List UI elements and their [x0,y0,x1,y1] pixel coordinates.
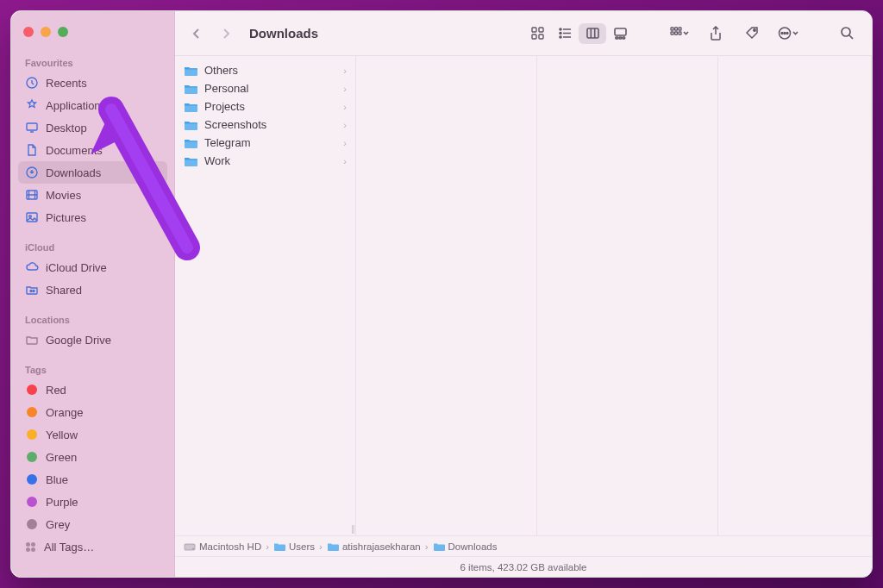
path-segment[interactable]: Downloads [433,541,498,552]
svg-rect-10 [532,34,536,39]
sidebar-item-label: Pictures [46,211,86,224]
sidebar-item-label: Blue [46,473,68,486]
path-bar: Macintosh HD › Users › atishrajasekharan… [175,535,872,556]
sidebar-item-label: Downloads [46,166,101,179]
view-mode-group [523,23,634,44]
chevron-right-icon: › [343,66,347,76]
svg-rect-20 [671,28,673,30]
sidebar-item-movies[interactable]: Movies [18,184,167,206]
list-item[interactable]: Projects› [175,97,355,116]
list-item[interactable]: Work› [175,152,355,170]
sidebar-item-desktop[interactable]: Desktop [18,116,167,139]
sidebar-section-favourites: Favourites [18,53,167,72]
list-item[interactable]: Others› [175,61,355,79]
svg-point-5 [29,216,32,218]
sidebar-item-label: Desktop [46,122,87,134]
movies-icon [25,188,39,202]
view-gallery-button[interactable] [606,23,634,44]
folder-name: Work [204,154,230,167]
tag-dot-icon [27,452,37,462]
column-1[interactable]: Others› Personal› Projects› Screenshots›… [175,56,356,535]
svg-rect-11 [539,34,543,39]
svg-rect-16 [615,28,626,35]
sidebar-item-label: Recents [46,77,87,90]
sidebar-item-label: Movies [46,189,81,202]
column-2[interactable] [356,56,537,535]
sidebar-item-applications[interactable]: Applications [18,94,167,116]
path-label: atishrajasekharan [342,541,421,552]
folder-name: Telegram [204,136,250,149]
folder-icon [184,65,197,77]
sidebar-item-shared[interactable]: Shared [18,278,167,301]
list-item[interactable]: Screenshots› [175,116,355,134]
svg-point-6 [30,291,32,292]
path-segment[interactable]: Users [273,541,315,552]
pictures-icon [25,210,39,224]
sidebar-tag-purple[interactable]: Purple [18,491,167,513]
back-button[interactable] [187,24,206,43]
action-menu-button[interactable] [775,23,801,44]
sidebar-item-documents[interactable]: Documents [18,139,167,161]
list-item[interactable]: Personal› [175,79,355,97]
sidebar-item-recents[interactable]: Recents [18,72,167,94]
sidebar-section-icloud: iCloud [18,237,167,256]
minimize-window-button[interactable] [41,27,51,37]
finder-window: Favourites Recents Applications Desktop … [10,10,873,578]
sidebar-tag-grey[interactable]: Grey [18,513,167,535]
sidebar-item-label: Applications [46,99,106,112]
column-resize-handle[interactable]: ‖ [351,524,361,534]
svg-rect-9 [539,28,543,32]
path-segment[interactable]: atishrajasekharan [327,541,421,552]
tags-button[interactable] [739,23,765,44]
sidebar-item-downloads[interactable]: Downloads [18,161,167,184]
close-window-button[interactable] [23,27,34,37]
tag-dot-icon [27,474,37,485]
applications-icon [25,98,39,112]
share-button[interactable] [703,23,729,44]
cloud-icon [25,260,39,274]
chevron-right-icon: › [343,156,347,166]
svg-point-26 [753,29,755,31]
sidebar-item-all-tags[interactable]: All Tags… [18,535,167,558]
list-item[interactable]: Telegram› [175,134,355,152]
column-view: Others› Personal› Projects› Screenshots›… [175,56,872,535]
view-list-button[interactable] [551,23,579,44]
folder-icon [184,101,197,113]
group-by-button[interactable] [667,23,692,44]
svg-rect-15 [587,28,598,38]
sidebar-tag-green[interactable]: Green [18,446,167,468]
fullscreen-window-button[interactable] [58,27,68,37]
sidebar-tag-blue[interactable]: Blue [18,468,167,491]
status-bar: 6 items, 423.02 GB available [175,556,872,577]
path-segment[interactable]: Macintosh HD [184,541,261,552]
sidebar-tag-orange[interactable]: Orange [18,401,167,423]
svg-point-31 [842,28,850,36]
sidebar-item-pictures[interactable]: Pictures [18,206,167,228]
path-label: Users [289,541,315,552]
sidebar-item-label: Yellow [46,428,78,441]
svg-rect-21 [675,28,678,30]
sidebar-item-label: iCloud Drive [46,261,107,274]
sidebar-item-icloud-drive[interactable]: iCloud Drive [18,256,167,278]
chevron-right-icon: › [319,541,323,552]
view-icons-button[interactable] [523,23,551,44]
view-columns-button[interactable] [579,23,606,44]
column-3[interactable] [537,56,718,535]
sidebar-item-google-drive[interactable]: Google Drive [18,328,167,351]
forward-button[interactable] [216,24,235,43]
search-button[interactable] [834,23,860,44]
folder-icon [184,137,197,149]
chevron-right-icon: › [266,541,269,552]
main-area: Downloads [175,11,872,577]
sidebar-tag-red[interactable]: Red [18,378,167,401]
folder-name: Personal [204,82,248,95]
sidebar-item-label: Red [46,384,66,397]
sidebar-item-label: Purple [46,496,78,509]
chevron-right-icon: › [343,102,347,112]
folder-icon [184,155,197,167]
sidebar-tag-yellow[interactable]: Yellow [18,423,167,446]
column-4[interactable] [718,56,872,535]
path-label: Macintosh HD [199,541,261,552]
svg-point-12 [560,28,561,30]
folder-icon [273,541,285,552]
